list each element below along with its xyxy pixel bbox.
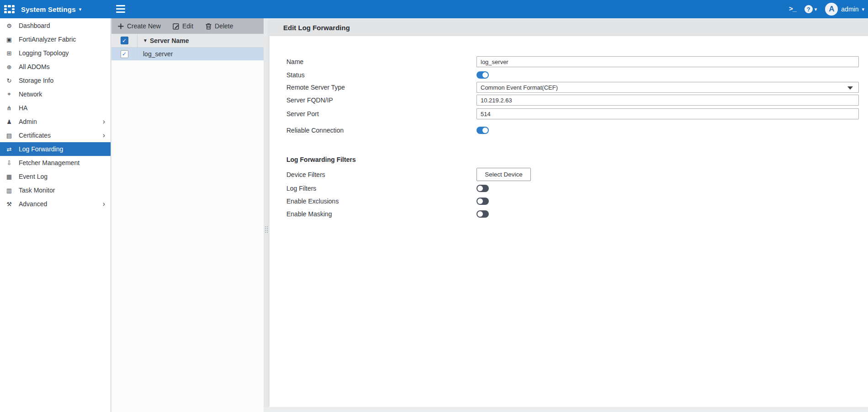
sidebar-item-certificates[interactable]: ▤ Certificates › [0,128,111,142]
create-new-button[interactable]: Create New [117,22,161,30]
event-log-icon: ▦ [5,173,14,180]
top-bar: System Settings ▾ >_ ? ▾ A admin ▾ [0,0,868,18]
topology-icon: ⊞ [5,50,14,57]
filters-section-title: Log Forwarding Filters [286,156,859,164]
storage-refresh-icon: ↻ [5,77,14,84]
fetcher-download-icon: ⇩ [5,160,14,166]
sidebar-item-storage-info[interactable]: ↻ Storage Info [0,74,111,87]
page-title: System Settings [21,5,76,13]
sidebar-item-fortianalyzer-fabric[interactable]: ▣ FortiAnalyzer Fabric [0,32,111,46]
username-label: admin [841,5,858,13]
sidebar-item-ha[interactable]: ⋔ HA [0,101,111,115]
log-filters-label: Log Filters [286,185,476,192]
app-title-menu[interactable]: System Settings ▾ [21,5,81,13]
chevron-right-icon: › [103,200,107,208]
reliable-connection-label: Reliable Connection [286,127,476,134]
sidebar-item-label: Logging Topology [19,49,107,57]
sidebar-item-label: Dashboard [19,22,107,29]
remote-server-type-label: Remote Server Type [286,84,476,91]
server-port-label: Server Port [286,110,476,118]
apps-grid-icon[interactable] [4,5,15,13]
log-filters-toggle[interactable] [476,185,489,192]
sidebar-item-task-monitor[interactable]: ▥ Task Monitor [0,183,111,197]
server-fqdn-ip-input[interactable] [476,95,859,106]
sidebar-item-label: Event Log [19,173,107,180]
dashboard-icon: ⚙ [5,22,14,29]
sidebar: ⚙ Dashboard ▣ FortiAnalyzer Fabric ⊞ Log… [0,18,111,412]
select-caret-icon [847,86,853,90]
server-name-column-header[interactable]: ▼ Server Name [138,37,189,44]
server-port-input[interactable] [476,108,859,119]
sidebar-item-fetcher-management[interactable]: ⇩ Fetcher Management [0,156,111,170]
task-monitor-icon: ▥ [5,187,14,194]
chevron-down-icon: ▾ [79,7,82,12]
user-menu[interactable]: A admin ▾ [825,3,864,16]
device-filters-label: Device Filters [286,171,476,178]
sort-descending-icon: ▼ [143,38,148,43]
delete-button[interactable]: Delete [205,22,233,30]
splitter-grip-icon [265,226,268,233]
network-icon: ⌖ [5,91,14,98]
sidebar-item-label: All ADOMs [19,63,107,70]
log-forwarding-form: Name Status Remote Server Type Common Ev… [270,36,868,218]
panel-title: Edit Log Forwarding [270,19,868,36]
sidebar-item-label: FortiAnalyzer Fabric [19,36,107,43]
sidebar-item-all-adoms[interactable]: ⊕ All ADOMs [0,60,111,74]
table-row[interactable]: ✓ log_server [111,48,264,60]
sidebar-item-advanced[interactable]: ⚒ Advanced › [0,197,111,211]
brand-area: System Settings ▾ [0,5,81,13]
name-label: Name [286,58,476,65]
row-checkbox[interactable]: ✓ [121,50,128,58]
enable-masking-toggle[interactable] [476,210,489,218]
sidebar-item-label: Task Monitor [19,187,107,194]
tools-icon: ⚒ [5,201,14,208]
sidebar-item-dashboard[interactable]: ⚙ Dashboard [0,19,111,32]
sidebar-item-admin[interactable]: ♟ Admin › [0,115,111,128]
remote-server-type-select[interactable]: Common Event Format(CEF) [476,82,859,93]
page-background-strip [264,407,868,412]
list-toolbar: Create New Edit Delete [111,18,264,34]
selected-option-label: Common Event Format(CEF) [481,84,558,91]
enable-exclusions-label: Enable Exclusions [286,198,476,205]
select-device-button[interactable]: Select Device [476,168,531,181]
sidebar-item-label: Advanced [19,200,103,208]
chevron-down-icon: ▾ [862,7,864,12]
panel-splitter[interactable] [264,18,270,412]
trash-icon [205,23,212,30]
fabric-icon: ▣ [5,36,14,43]
globe-icon: ⊕ [5,64,14,70]
sidebar-item-event-log[interactable]: ▦ Event Log [0,170,111,183]
reliable-connection-toggle[interactable] [476,127,489,134]
name-input[interactable] [476,56,859,67]
sidebar-item-network[interactable]: ⌖ Network [0,87,111,101]
edit-log-forwarding-panel: Edit Log Forwarding Name Status Remote S… [270,19,868,407]
chevron-down-icon: ▾ [815,7,817,12]
sidebar-item-label: Log Forwarding [19,145,107,153]
sidebar-item-log-forwarding[interactable]: ⇄ Log Forwarding [0,142,111,156]
chevron-right-icon: › [103,118,107,125]
sidebar-item-label: Network [19,91,107,98]
status-label: Status [286,71,476,79]
avatar: A [825,3,838,16]
edit-button[interactable]: Edit [173,22,193,30]
help-icon: ? [804,5,813,13]
select-all-checkbox[interactable]: ✓ [121,37,128,44]
table-header-row: ✓ ▼ Server Name [111,34,264,48]
sidebar-item-label: Certificates [19,132,103,139]
cli-console-icon[interactable]: >_ [789,5,796,13]
plus-icon [117,23,124,30]
server-fqdn-ip-label: Server FQDN/IP [286,96,476,104]
sidebar-item-label: Storage Info [19,77,107,84]
sidebar-item-logging-topology[interactable]: ⊞ Logging Topology [0,46,111,60]
hamburger-menu-icon[interactable] [116,5,125,13]
chevron-right-icon: › [103,132,107,139]
sidebar-item-label: Admin [19,118,103,125]
status-toggle[interactable] [476,71,489,79]
help-menu[interactable]: ? ▾ [804,5,817,13]
server-name-cell: log_server [138,50,173,58]
topbar-right: >_ ? ▾ A admin ▾ [789,0,868,18]
enable-masking-label: Enable Masking [286,210,476,218]
enable-exclusions-toggle[interactable] [476,198,489,205]
ha-cluster-icon: ⋔ [5,105,14,112]
edit-icon [173,23,180,30]
